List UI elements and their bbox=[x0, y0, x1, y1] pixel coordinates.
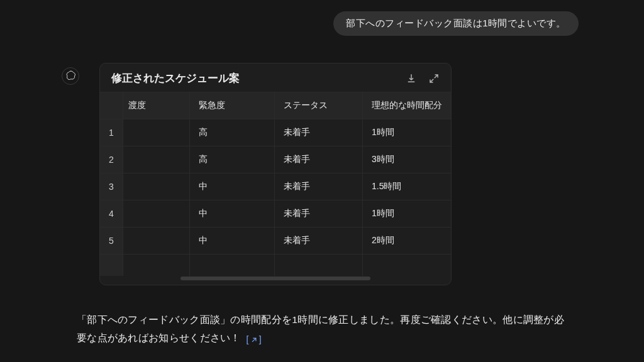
panel-title: 修正されたスケジュール案 bbox=[111, 71, 240, 85]
cell: 3時間 bbox=[363, 146, 452, 173]
table-header-row: 渡度 緊急度 ステータス 理想的な時間配分 bbox=[100, 92, 451, 119]
col-header: 緊急度 bbox=[190, 92, 275, 119]
cell: 2時間 bbox=[363, 228, 452, 255]
col-header: 理想的な時間配分 bbox=[363, 92, 452, 119]
cell: 1時間 bbox=[363, 200, 452, 228]
row-number: 3 bbox=[100, 173, 123, 200]
table-row: 4 中 未着手 1時間 bbox=[100, 200, 451, 228]
table-corner bbox=[100, 92, 123, 119]
cell: 中 bbox=[190, 200, 275, 228]
table-row: 3 中 未着手 1.5時間 bbox=[100, 173, 451, 200]
row-number bbox=[100, 255, 123, 276]
table-row: 1 高 未着手 1時間 bbox=[100, 119, 451, 146]
table-row: 5 中 未着手 2時間 bbox=[100, 228, 451, 255]
col-header: ステータス bbox=[274, 92, 362, 119]
row-number: 1 bbox=[100, 119, 123, 146]
cell: 中 bbox=[190, 173, 275, 200]
cell bbox=[123, 255, 190, 276]
cell: 未着手 bbox=[274, 228, 362, 255]
table-row-empty bbox=[100, 255, 451, 276]
cell bbox=[190, 255, 275, 276]
row-number: 2 bbox=[100, 146, 123, 173]
cell bbox=[123, 200, 190, 228]
assistant-followup: 「部下へのフィードバック面談」の時間配分を1時間に修正しました。再度ご確認くださ… bbox=[77, 310, 574, 348]
cell: 1時間 bbox=[363, 119, 452, 146]
user-message-bubble: 部下へのフィードバック面談は1時間でよいです。 bbox=[333, 11, 579, 36]
assistant-avatar bbox=[62, 67, 79, 85]
row-number: 5 bbox=[100, 228, 123, 255]
cell bbox=[123, 119, 190, 146]
cell: 中 bbox=[190, 228, 275, 255]
cell bbox=[123, 146, 190, 173]
cell: 高 bbox=[190, 146, 275, 173]
schedule-table: 渡度 緊急度 ステータス 理想的な時間配分 1 高 未着手 1時間 bbox=[100, 92, 451, 285]
cell: 未着手 bbox=[274, 200, 362, 228]
cell: 未着手 bbox=[274, 119, 362, 146]
row-number: 4 bbox=[100, 200, 123, 228]
cell: 1.5時間 bbox=[363, 173, 452, 200]
cell bbox=[274, 255, 362, 276]
table-row: 2 高 未着手 3時間 bbox=[100, 146, 451, 173]
schedule-panel: 修正されたスケジュール案 渡度 緊急度 ステータス 理想的 bbox=[99, 63, 452, 285]
sources-chip[interactable]: [] bbox=[243, 331, 262, 348]
cell bbox=[123, 173, 190, 200]
expand-icon[interactable] bbox=[428, 73, 440, 84]
col-header: 渡度 bbox=[123, 92, 190, 119]
assistant-followup-text: 「部下へのフィードバック面談」の時間配分を1時間に修正しました。再度ご確認くださ… bbox=[77, 314, 564, 343]
cell bbox=[123, 228, 190, 255]
cell bbox=[363, 255, 452, 276]
user-message-text: 部下へのフィードバック面談は1時間でよいです。 bbox=[346, 18, 566, 28]
download-icon[interactable] bbox=[406, 73, 417, 84]
cell: 高 bbox=[190, 119, 275, 146]
scrollbar-thumb[interactable] bbox=[180, 277, 370, 280]
openai-logo-icon bbox=[65, 70, 76, 83]
cell: 未着手 bbox=[274, 146, 362, 173]
horizontal-scrollbar[interactable] bbox=[100, 276, 451, 285]
cell: 未着手 bbox=[274, 173, 362, 200]
